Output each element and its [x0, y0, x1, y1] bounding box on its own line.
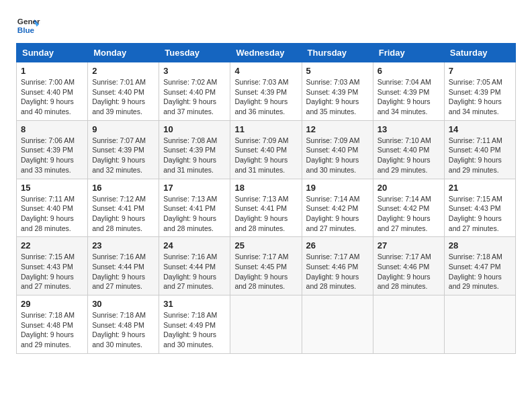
day-info: Sunrise: 7:14 AMSunset: 4:42 PMDaylight:… — [378, 194, 440, 234]
day-info: Sunrise: 7:00 AMSunset: 4:40 PMDaylight:… — [21, 77, 83, 117]
logo-icon: General Blue — [16, 13, 40, 38]
day-info: Sunrise: 7:17 AMSunset: 4:46 PMDaylight:… — [306, 252, 369, 291]
calendar-cell — [302, 295, 373, 354]
calendar-cell: 8Sunrise: 7:06 AMSunset: 4:39 PMDaylight… — [17, 120, 88, 179]
calendar-week-row: 22Sunrise: 7:15 AMSunset: 4:43 PMDayligh… — [17, 237, 516, 295]
calendar-week-row: 29Sunrise: 7:18 AMSunset: 4:48 PMDayligh… — [17, 295, 516, 354]
calendar-cell: 1Sunrise: 7:00 AMSunset: 4:40 PMDaylight… — [17, 62, 88, 121]
day-info: Sunrise: 7:05 AMSunset: 4:39 PMDaylight:… — [449, 77, 511, 117]
day-info: Sunrise: 7:13 AMSunset: 4:41 PMDaylight:… — [234, 194, 297, 234]
page-header: General Blue — [16, 13, 516, 38]
day-info: Sunrise: 7:08 AMSunset: 4:39 PMDaylight:… — [163, 136, 226, 175]
day-number: 28 — [449, 240, 511, 250]
calendar-cell: 15Sunrise: 7:11 AMSunset: 4:40 PMDayligh… — [17, 179, 88, 237]
day-number: 27 — [378, 240, 440, 250]
day-number: 25 — [234, 240, 297, 250]
day-number: 30 — [92, 299, 154, 309]
weekday-header-sunday: Sunday — [17, 44, 88, 62]
day-info: Sunrise: 7:13 AMSunset: 4:41 PMDaylight:… — [163, 194, 226, 234]
day-info: Sunrise: 7:03 AMSunset: 4:39 PMDaylight:… — [234, 77, 297, 117]
weekday-header-wednesday: Wednesday — [230, 44, 302, 62]
calendar-cell: 29Sunrise: 7:18 AMSunset: 4:48 PMDayligh… — [17, 295, 88, 354]
day-info: Sunrise: 7:03 AMSunset: 4:39 PMDaylight:… — [306, 77, 369, 117]
day-info: Sunrise: 7:14 AMSunset: 4:42 PMDaylight:… — [306, 194, 369, 234]
day-info: Sunrise: 7:18 AMSunset: 4:47 PMDaylight:… — [449, 252, 511, 291]
calendar-cell: 6Sunrise: 7:04 AMSunset: 4:39 PMDaylight… — [373, 62, 444, 121]
day-number: 18 — [234, 183, 297, 193]
calendar-table: SundayMondayTuesdayWednesdayThursdayFrid… — [16, 43, 516, 354]
day-info: Sunrise: 7:12 AMSunset: 4:41 PMDaylight:… — [92, 194, 154, 234]
day-number: 21 — [449, 183, 511, 193]
weekday-header-thursday: Thursday — [302, 44, 373, 62]
calendar-cell: 5Sunrise: 7:03 AMSunset: 4:39 PMDaylight… — [302, 62, 373, 121]
day-number: 31 — [163, 299, 226, 309]
day-number: 17 — [163, 183, 226, 193]
calendar-cell: 25Sunrise: 7:17 AMSunset: 4:45 PMDayligh… — [230, 237, 302, 295]
calendar-week-row: 8Sunrise: 7:06 AMSunset: 4:39 PMDaylight… — [17, 120, 516, 179]
day-number: 10 — [163, 124, 226, 134]
calendar-cell: 14Sunrise: 7:11 AMSunset: 4:40 PMDayligh… — [444, 120, 515, 179]
calendar-cell: 22Sunrise: 7:15 AMSunset: 4:43 PMDayligh… — [17, 237, 88, 295]
day-number: 22 — [21, 240, 83, 250]
calendar-cell: 19Sunrise: 7:14 AMSunset: 4:42 PMDayligh… — [302, 179, 373, 237]
calendar-cell: 24Sunrise: 7:16 AMSunset: 4:44 PMDayligh… — [159, 237, 230, 295]
day-info: Sunrise: 7:17 AMSunset: 4:46 PMDaylight:… — [378, 252, 440, 291]
day-info: Sunrise: 7:09 AMSunset: 4:40 PMDaylight:… — [234, 136, 297, 175]
svg-text:Blue: Blue — [17, 26, 35, 34]
weekday-header-monday: Monday — [88, 44, 159, 62]
day-info: Sunrise: 7:17 AMSunset: 4:45 PMDaylight:… — [234, 252, 297, 291]
day-number: 29 — [21, 299, 83, 309]
day-info: Sunrise: 7:15 AMSunset: 4:43 PMDaylight:… — [449, 194, 511, 234]
calendar-cell: 20Sunrise: 7:14 AMSunset: 4:42 PMDayligh… — [373, 179, 444, 237]
calendar-cell: 21Sunrise: 7:15 AMSunset: 4:43 PMDayligh… — [444, 179, 515, 237]
weekday-header-saturday: Saturday — [444, 44, 515, 62]
calendar-cell: 3Sunrise: 7:02 AMSunset: 4:40 PMDaylight… — [159, 62, 230, 121]
day-number: 6 — [378, 66, 440, 76]
calendar-cell — [373, 295, 444, 354]
weekday-header-friday: Friday — [373, 44, 444, 62]
day-info: Sunrise: 7:16 AMSunset: 4:44 PMDaylight:… — [92, 252, 154, 291]
calendar-week-row: 15Sunrise: 7:11 AMSunset: 4:40 PMDayligh… — [17, 179, 516, 237]
day-number: 1 — [21, 66, 83, 76]
calendar-cell: 7Sunrise: 7:05 AMSunset: 4:39 PMDaylight… — [444, 62, 515, 121]
day-number: 7 — [449, 66, 511, 76]
day-number: 9 — [92, 124, 154, 134]
day-number: 16 — [92, 183, 154, 193]
calendar-cell: 4Sunrise: 7:03 AMSunset: 4:39 PMDaylight… — [230, 62, 302, 121]
calendar-cell: 31Sunrise: 7:18 AMSunset: 4:49 PMDayligh… — [159, 295, 230, 354]
day-info: Sunrise: 7:11 AMSunset: 4:40 PMDaylight:… — [21, 194, 83, 234]
calendar-cell: 18Sunrise: 7:13 AMSunset: 4:41 PMDayligh… — [230, 179, 302, 237]
calendar-cell: 27Sunrise: 7:17 AMSunset: 4:46 PMDayligh… — [373, 237, 444, 295]
day-info: Sunrise: 7:10 AMSunset: 4:40 PMDaylight:… — [378, 136, 440, 175]
calendar-cell: 23Sunrise: 7:16 AMSunset: 4:44 PMDayligh… — [88, 237, 159, 295]
calendar-cell: 11Sunrise: 7:09 AMSunset: 4:40 PMDayligh… — [230, 120, 302, 179]
calendar-week-row: 1Sunrise: 7:00 AMSunset: 4:40 PMDaylight… — [17, 62, 516, 121]
day-info: Sunrise: 7:18 AMSunset: 4:48 PMDaylight:… — [92, 310, 154, 350]
calendar-cell: 10Sunrise: 7:08 AMSunset: 4:39 PMDayligh… — [159, 120, 230, 179]
calendar-cell — [230, 295, 302, 354]
calendar-cell: 16Sunrise: 7:12 AMSunset: 4:41 PMDayligh… — [88, 179, 159, 237]
logo: General Blue — [16, 13, 43, 38]
day-info: Sunrise: 7:01 AMSunset: 4:40 PMDaylight:… — [92, 77, 154, 117]
day-number: 23 — [92, 240, 154, 250]
day-number: 11 — [234, 124, 297, 134]
calendar-cell: 30Sunrise: 7:18 AMSunset: 4:48 PMDayligh… — [88, 295, 159, 354]
day-number: 19 — [306, 183, 369, 193]
day-info: Sunrise: 7:18 AMSunset: 4:49 PMDaylight:… — [163, 310, 226, 350]
calendar-cell — [444, 295, 515, 354]
day-info: Sunrise: 7:02 AMSunset: 4:40 PMDaylight:… — [163, 77, 226, 117]
day-info: Sunrise: 7:09 AMSunset: 4:40 PMDaylight:… — [306, 136, 369, 175]
day-number: 26 — [306, 240, 369, 250]
day-number: 3 — [163, 66, 226, 76]
day-number: 24 — [163, 240, 226, 250]
day-number: 15 — [21, 183, 83, 193]
day-number: 13 — [378, 124, 440, 134]
day-number: 20 — [378, 183, 440, 193]
day-info: Sunrise: 7:06 AMSunset: 4:39 PMDaylight:… — [21, 136, 83, 175]
calendar-cell: 2Sunrise: 7:01 AMSunset: 4:40 PMDaylight… — [88, 62, 159, 121]
calendar-cell: 26Sunrise: 7:17 AMSunset: 4:46 PMDayligh… — [302, 237, 373, 295]
day-info: Sunrise: 7:15 AMSunset: 4:43 PMDaylight:… — [21, 252, 83, 291]
day-number: 2 — [92, 66, 154, 76]
day-number: 4 — [234, 66, 297, 76]
day-info: Sunrise: 7:07 AMSunset: 4:39 PMDaylight:… — [92, 136, 154, 175]
